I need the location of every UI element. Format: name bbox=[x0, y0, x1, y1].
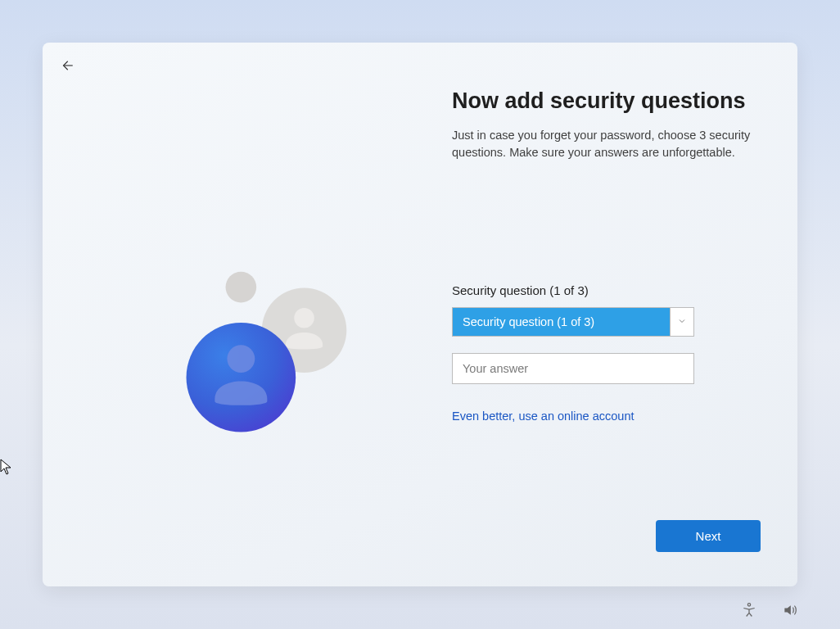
svg-point-5 bbox=[747, 604, 750, 606]
volume-button[interactable] bbox=[781, 603, 799, 621]
back-arrow-icon bbox=[60, 58, 75, 75]
back-button[interactable] bbox=[57, 57, 77, 76]
accessibility-icon bbox=[741, 602, 757, 622]
use-online-account-link[interactable]: Even better, use an online account bbox=[452, 410, 635, 423]
security-question-dropdown-toggle[interactable] bbox=[670, 307, 694, 337]
mouse-cursor bbox=[0, 459, 11, 478]
setup-card: Now add security questions Just in case … bbox=[43, 43, 797, 586]
svg-point-3 bbox=[187, 323, 296, 432]
chevron-down-icon bbox=[677, 314, 687, 329]
svg-point-2 bbox=[294, 308, 314, 328]
security-answer-input[interactable] bbox=[452, 353, 694, 384]
security-question-select[interactable]: Security question (1 of 3) bbox=[452, 307, 694, 337]
page-subtitle: Just in case you forget your password, c… bbox=[452, 127, 755, 161]
content-pane: Now add security questions Just in case … bbox=[452, 88, 765, 423]
system-tray bbox=[740, 603, 799, 621]
volume-icon bbox=[782, 602, 798, 622]
page-title: Now add security questions bbox=[452, 88, 765, 114]
accessibility-button[interactable] bbox=[740, 603, 758, 621]
next-button[interactable]: Next bbox=[656, 520, 761, 552]
svg-point-4 bbox=[227, 345, 255, 373]
security-question-label: Security question (1 of 3) bbox=[452, 283, 765, 297]
svg-point-0 bbox=[226, 272, 257, 303]
security-question-selected[interactable]: Security question (1 of 3) bbox=[452, 307, 670, 337]
people-illustration bbox=[141, 229, 403, 491]
